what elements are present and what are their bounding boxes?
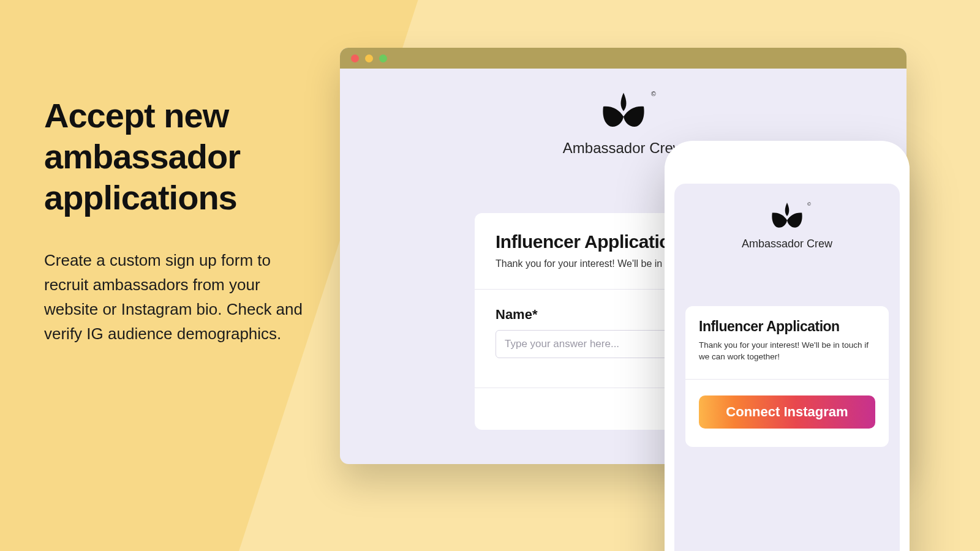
leaf-icon [600,92,647,129]
window-close-icon[interactable] [351,54,359,62]
brand-header-mobile: © Ambassador Crew [674,184,900,250]
brand-logo-mobile: © [769,202,805,231]
hero-body: Create a custom sign up form to recruit … [44,248,307,347]
brand-logo: © [600,92,647,131]
connect-instagram-button[interactable]: Connect Instagram [699,395,875,429]
hero-headline: Accept new ambassador applications [44,95,307,219]
phone-device: © Ambassador Crew Influencer Application… [665,141,910,551]
marketing-slide: Accept new ambassador applications Creat… [0,0,980,551]
phone-screen: © Ambassador Crew Influencer Application… [674,184,900,551]
hero-copy: Accept new ambassador applications Creat… [44,95,307,347]
divider [685,379,889,380]
copyright-mark: © [651,91,655,97]
leaf-icon [769,202,805,229]
brand-name-mobile: Ambassador Crew [674,238,900,250]
copyright-mark: © [807,201,811,207]
form-title-mobile: Influencer Application [699,318,875,335]
window-zoom-icon[interactable] [379,54,387,62]
window-minimize-icon[interactable] [365,54,373,62]
application-form-card-mobile: Influencer Application Thank you for you… [685,306,889,447]
window-titlebar [340,48,907,69]
form-subtitle-mobile: Thank you for your interest! We'll be in… [699,340,875,363]
